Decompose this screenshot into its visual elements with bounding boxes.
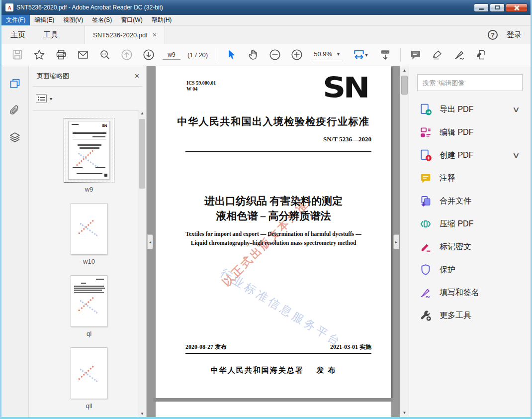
expand-right-panel-button[interactable]: ► <box>393 234 399 249</box>
layers-panel-button[interactable] <box>8 131 21 144</box>
main-toolbar: (1 / 20) 50.9% ▾ ▾ <box>1 44 531 66</box>
email-icon <box>77 49 89 61</box>
pdf-app-icon: A <box>5 3 13 11</box>
maximize-button[interactable] <box>490 3 505 12</box>
options-dropdown-icon: ▾ <box>50 96 52 102</box>
scrollbar-thumb[interactable] <box>139 119 145 189</box>
tool-redact[interactable]: 标记密文 <box>417 235 523 258</box>
chevron-down-icon[interactable]: ∨ <box>512 151 525 160</box>
layers-icon <box>9 131 21 143</box>
help-icon[interactable]: ? <box>488 30 498 40</box>
tool-protect[interactable]: 保护 <box>417 258 523 281</box>
zoom-in-button[interactable] <box>289 47 304 62</box>
thumbnail-page-1[interactable]: SN <box>64 118 114 193</box>
document-title-english: Textiles for import and export — Determi… <box>156 229 391 247</box>
page-number-input[interactable] <box>163 50 180 60</box>
pdf-page: ICS 59.080.01 W 04 SN 中华人民共和国出入境检验检疫行业标准… <box>156 66 391 398</box>
menu-edit[interactable]: 编辑(E) <box>30 15 59 25</box>
attachments-panel-button[interactable] <box>8 104 21 117</box>
zoom-level-value: 50.9% <box>314 50 332 58</box>
page-thumbnails-icon <box>9 78 21 90</box>
signature-pen-icon <box>453 48 466 61</box>
highlight-tool-button[interactable] <box>430 47 445 62</box>
thumbnail-page-3[interactable]: ql <box>71 275 107 337</box>
menu-window[interactable]: 窗口(W) <box>116 15 147 25</box>
export-pdf-icon <box>419 103 432 116</box>
tab-tools[interactable]: 工具 <box>34 26 67 44</box>
select-tool-button[interactable] <box>224 47 239 62</box>
search-button[interactable] <box>97 47 112 62</box>
minimize-button[interactable] <box>474 3 489 12</box>
scroll-down-icon[interactable]: ▼ <box>138 412 146 416</box>
hand-tool-button[interactable] <box>246 47 261 62</box>
close-button[interactable] <box>506 3 528 12</box>
tool-fill-sign[interactable]: 填写和签名 <box>417 281 523 304</box>
thumbnail-options-button[interactable] <box>36 94 47 103</box>
scroll-up-icon[interactable]: ▲ <box>400 68 409 73</box>
document-scrollbar[interactable]: ▲ ▼ <box>400 66 409 417</box>
thumbnail-list: SN <box>29 111 146 417</box>
scroll-down-icon[interactable]: ▼ <box>400 411 409 415</box>
compress-pdf-icon <box>419 217 432 230</box>
zoom-level-dropdown[interactable]: 50.9% ▾ <box>311 49 343 60</box>
collapse-left-panel-button[interactable]: ◄ <box>147 234 153 249</box>
sign-tool-button[interactable] <box>452 47 467 62</box>
toolbar-divider <box>216 48 216 62</box>
scrolling-mode-icon <box>379 48 392 61</box>
menu-view[interactable]: 视图(V) <box>59 15 88 25</box>
close-icon <box>514 5 520 10</box>
zoom-out-icon <box>268 48 281 61</box>
tools-panel: 导出 PDF ∨ 编辑 PDF 创建 PDF ∨ 注释 <box>409 66 531 417</box>
thumbnails-panel-title: 页面缩略图 <box>37 72 69 81</box>
tool-comment[interactable]: 注释 <box>417 167 523 190</box>
next-page-button[interactable] <box>141 47 156 62</box>
thumbnail-label: ql <box>87 330 91 337</box>
tab-close-icon[interactable]: × <box>153 31 157 39</box>
comment-tool-button[interactable] <box>408 47 423 62</box>
fill-sign-tool-button[interactable] <box>474 47 489 62</box>
left-rail <box>1 66 29 417</box>
zoom-out-button[interactable] <box>267 47 282 62</box>
sign-in-button[interactable]: 登录 <box>507 30 522 40</box>
tool-export-pdf[interactable]: 导出 PDF ∨ <box>417 98 523 121</box>
tabbar-right: ? 登录 <box>488 26 531 44</box>
chevron-down-icon[interactable]: ∨ <box>512 105 525 114</box>
thumbnail-page-4[interactable]: qll <box>71 347 107 410</box>
scroll-up-icon[interactable]: ▲ <box>138 111 146 115</box>
fit-width-icon <box>353 48 365 61</box>
page-thumbnails-panel-button[interactable] <box>8 77 21 90</box>
window-controls <box>473 3 528 12</box>
panel-close-icon[interactable]: × <box>135 72 139 81</box>
thumbnail-image <box>71 275 107 327</box>
tool-combine-files[interactable]: 合并文件 <box>417 190 523 212</box>
star-icon <box>33 49 45 61</box>
scrollbar-thumb[interactable] <box>401 76 408 95</box>
thumbnail-label: w9 <box>85 186 93 193</box>
tab-document[interactable]: SNT5236-2020.pdf × <box>85 26 165 44</box>
tool-edit-pdf[interactable]: 编辑 PDF <box>417 121 523 144</box>
implement-date: 2021-03-01 实施 <box>330 343 371 351</box>
menu-file[interactable]: 文件(F) <box>1 15 30 25</box>
fit-width-button[interactable]: ▾ <box>349 47 371 62</box>
arrow-right-icon: ► <box>395 240 398 244</box>
favorites-button[interactable] <box>32 47 47 62</box>
menu-sign[interactable]: 签名(S) <box>88 15 116 25</box>
protect-shield-icon <box>419 263 432 276</box>
scrolling-mode-button[interactable] <box>378 47 393 62</box>
email-button[interactable] <box>76 47 90 62</box>
save-button[interactable] <box>10 47 25 62</box>
thumbnail-page-2[interactable]: w10 <box>71 203 107 265</box>
main-area: 页面缩略图 × ▾ SN <box>1 66 531 417</box>
fill-sign-pen-icon <box>419 286 432 299</box>
tool-label: 创建 PDF <box>440 150 473 161</box>
tool-more-tools[interactable]: 更多工具 <box>417 304 523 327</box>
menu-help[interactable]: 帮助(H) <box>147 15 177 25</box>
tab-home[interactable]: 主页 <box>1 26 34 44</box>
tool-create-pdf[interactable]: 创建 PDF ∨ <box>417 144 523 167</box>
window-title: SNT5236-2020.pdf - Adobe Acrobat Reader … <box>16 4 163 11</box>
previous-page-button[interactable] <box>119 47 134 62</box>
tool-compress-pdf[interactable]: 压缩 PDF <box>417 212 523 235</box>
print-button[interactable] <box>54 47 69 62</box>
tools-search-input[interactable] <box>417 74 523 91</box>
thumbnails-scrollbar[interactable]: ▲ ▼ <box>138 110 146 417</box>
